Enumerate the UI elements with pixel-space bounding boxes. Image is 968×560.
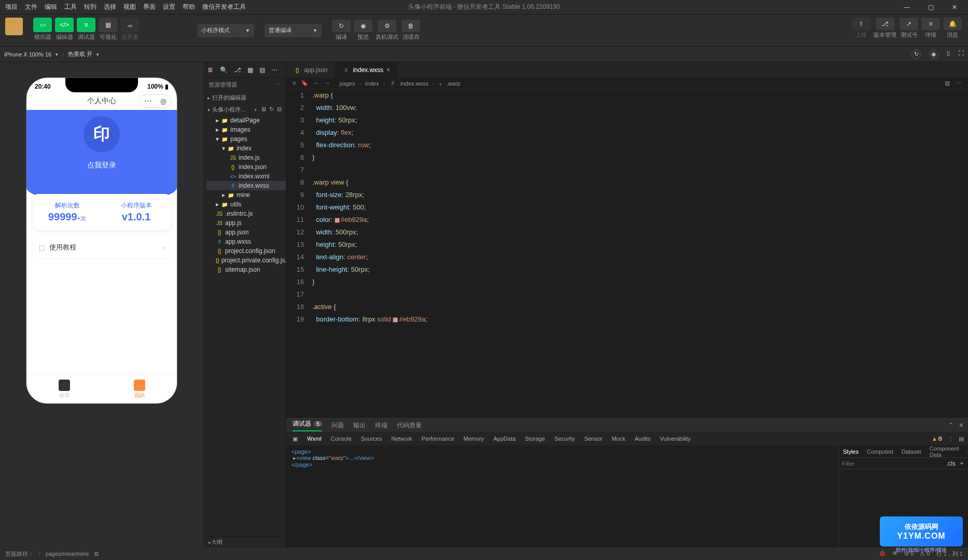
menu-item[interactable]: 转到: [84, 3, 96, 11]
debugger-button[interactable]: ≡: [77, 18, 95, 32]
tab-mine[interactable]: 我的: [102, 375, 177, 403]
dock-icon[interactable]: ▤: [959, 436, 964, 442]
details-button[interactable]: ≡: [921, 18, 940, 30]
new-folder-icon[interactable]: ⊞: [261, 106, 266, 114]
menu-item[interactable]: 编辑: [45, 3, 57, 11]
tree-item[interactable]: ▸ 📁 images: [206, 125, 286, 134]
tree-item[interactable]: ▾ 📁 pages: [206, 134, 286, 144]
dom-tree[interactable]: <page> ▸<view class="warp">…</view> </pa…: [286, 445, 838, 548]
close-icon[interactable]: ✕: [944, 1, 965, 13]
back-icon[interactable]: ←: [313, 80, 319, 87]
compile-select[interactable]: 普通编译▼: [265, 24, 322, 37]
tree-item[interactable]: {} project.private.config.js...: [206, 256, 286, 265]
component-data-tab[interactable]: Component Data: [925, 445, 963, 457]
preview-button[interactable]: ◉: [354, 20, 372, 32]
login-button[interactable]: 点我登录: [87, 161, 116, 170]
files-icon[interactable]: 🗎: [208, 66, 214, 74]
project-section[interactable]: ▾头像小程序... ＋ ⊞ ↻ ⊟: [203, 104, 286, 116]
editor-button[interactable]: </>: [55, 18, 74, 32]
maximize-icon[interactable]: ▢: [920, 1, 941, 13]
more-icon[interactable]: »: [963, 445, 968, 457]
close-icon[interactable]: ✕: [959, 422, 964, 429]
minimize-icon[interactable]: —: [896, 1, 917, 13]
outline-section[interactable]: ▸ 大纲: [203, 536, 286, 548]
forward-icon[interactable]: →: [324, 80, 330, 87]
code-editor[interactable]: 12345678910111213141516171819 .warp { wi…: [286, 89, 968, 418]
tree-item[interactable]: ▸ 📁 utils: [206, 200, 286, 209]
panel-tab[interactable]: Security: [555, 436, 575, 442]
phone-icon[interactable]: ▯: [947, 50, 950, 59]
panel-tab[interactable]: Vulnerability: [660, 436, 691, 442]
devtools-tab[interactable]: 输出: [353, 421, 366, 430]
panel-tab[interactable]: Mock: [612, 436, 625, 442]
close-icon[interactable]: ×: [386, 66, 390, 74]
chevron-up-icon[interactable]: ⌃: [948, 422, 953, 429]
tree-item[interactable]: ▾ 📁 index: [206, 144, 286, 153]
more-icon[interactable]: ⋯: [956, 80, 962, 87]
open-editors-section[interactable]: ▸打开的编辑器: [203, 92, 286, 104]
styles-tab[interactable]: Styles: [839, 445, 863, 457]
menu-item[interactable]: 帮助: [183, 3, 195, 11]
computed-tab[interactable]: Computed: [863, 445, 897, 457]
more-icon[interactable]: ⋯: [271, 66, 278, 74]
menu-item[interactable]: 界面: [143, 3, 156, 11]
devtools-tab[interactable]: 问题: [331, 421, 344, 430]
record-icon[interactable]: ◉: [929, 50, 938, 59]
more-icon[interactable]: ⋯: [275, 81, 281, 89]
panel-tab[interactable]: Performance: [422, 436, 454, 442]
compile-button[interactable]: ↻: [332, 20, 351, 32]
devtools-tab[interactable]: 终端: [375, 421, 388, 430]
layout-icon[interactable]: ▤: [259, 66, 265, 74]
styles-filter-input[interactable]: [842, 460, 943, 467]
expand-icon[interactable]: ⛶: [958, 50, 964, 59]
tutorial-row[interactable]: ⬚ 使用教程 ›: [33, 236, 171, 258]
refresh-icon[interactable]: ↻: [269, 106, 274, 114]
devtools-tab[interactable]: 代码质量: [397, 421, 422, 430]
menu-item[interactable]: 微信开发者工具: [202, 3, 246, 11]
cloud-button[interactable]: ☁: [120, 18, 139, 32]
inspect-icon[interactable]: ▣: [293, 436, 298, 442]
visual-button[interactable]: ▦: [99, 18, 117, 32]
panel-tab[interactable]: Wxml: [307, 436, 322, 442]
remote-debug-button[interactable]: ⚙: [378, 20, 396, 32]
menu-item[interactable]: 文件: [25, 3, 37, 11]
bookmark-icon[interactable]: 🔖: [301, 80, 308, 87]
tree-item[interactable]: JS app.js: [206, 218, 286, 228]
messages-button[interactable]: 🔔: [943, 18, 962, 30]
panel-tab[interactable]: Storage: [525, 436, 545, 442]
mode-select[interactable]: 小程序模式▼: [197, 24, 254, 37]
panel-tab[interactable]: Sources: [361, 436, 382, 442]
tab-recommend[interactable]: 推荐: [26, 375, 102, 403]
panel-tab[interactable]: Audits: [635, 436, 651, 442]
search-icon[interactable]: 🔍: [220, 66, 228, 74]
simulator-button[interactable]: ▭: [33, 18, 52, 32]
tree-item[interactable]: ▸ 📁 mine: [206, 190, 286, 200]
hot-reload-toggle[interactable]: 热重载 开: [68, 50, 92, 58]
panel-tab[interactable]: Console: [331, 436, 352, 442]
collapse-icon[interactable]: ⊟: [277, 106, 282, 114]
refresh-icon[interactable]: ↻: [911, 50, 921, 59]
panel-tab[interactable]: Memory: [464, 436, 485, 442]
upload-button[interactable]: ⬆: [852, 18, 870, 30]
dataset-tab[interactable]: Dataset: [897, 445, 925, 457]
menu-item[interactable]: 项目: [5, 3, 18, 11]
tree-item[interactable]: {} app.json: [206, 228, 286, 237]
new-file-icon[interactable]: ＋: [253, 106, 258, 114]
menu-item[interactable]: 工具: [64, 3, 77, 11]
tree-item[interactable]: {} sitemap.json: [206, 265, 286, 274]
panel-tab[interactable]: Network: [391, 436, 412, 442]
capsule-menu[interactable]: ⋯◎: [140, 94, 172, 108]
devtools-tab-debugger[interactable]: 调试器 5: [293, 419, 322, 431]
test-account-button[interactable]: ↗: [900, 18, 918, 30]
menu-item[interactable]: 视图: [123, 3, 136, 11]
tree-item[interactable]: <> index.wxml: [206, 172, 286, 181]
gear-icon[interactable]: ⚙: [937, 436, 943, 442]
copy-icon[interactable]: ⧉: [94, 551, 99, 557]
menu-item[interactable]: 选择: [104, 3, 116, 11]
tab-index-wxss[interactable]: #index.wxss×: [335, 62, 398, 78]
list-icon[interactable]: ≡: [293, 80, 296, 87]
branch-icon[interactable]: ⎇: [234, 66, 241, 74]
tree-item[interactable]: {} index.json: [206, 162, 286, 172]
tab-app-json[interactable]: {}app.json: [286, 62, 335, 78]
panel-tab[interactable]: Sensor: [584, 436, 602, 442]
